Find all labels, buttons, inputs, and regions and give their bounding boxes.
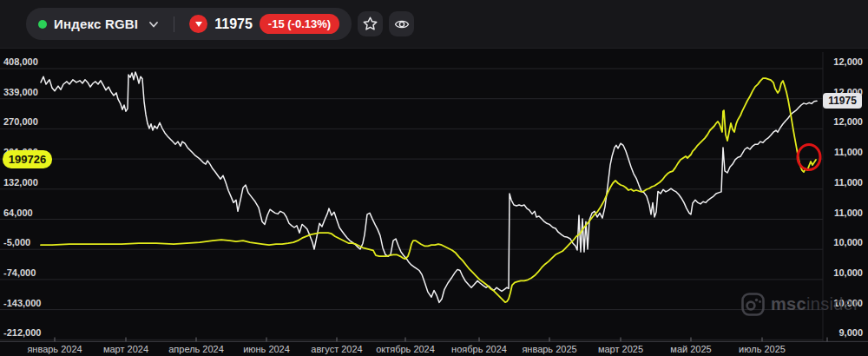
y-axis-label-left: -212,000: [3, 327, 41, 338]
y-axis-label-left: 408,000: [3, 56, 38, 67]
trading-app: { "header": { "instrument_name": "Индекс…: [0, 0, 868, 356]
y-axis-label-right: 12,000: [833, 56, 863, 67]
price-value-badge: 11975: [823, 93, 862, 109]
star-icon: [363, 16, 378, 31]
x-axis-label: март 2024: [103, 344, 148, 354]
x-axis-label: май 2025: [670, 344, 711, 354]
change-badge: -15 (-0.13%): [260, 14, 339, 34]
x-axis-label: апрель 2024: [168, 344, 224, 354]
eye-icon: [394, 16, 410, 32]
chart-canvas[interactable]: 199726 11975 mscinsider 408,000339,00027…: [0, 0, 868, 356]
current-price: 11975: [214, 16, 253, 32]
portfolio-line: [41, 78, 816, 302]
x-axis-label: июнь 2024: [243, 344, 290, 354]
y-axis-label-left: 132,000: [3, 177, 38, 188]
x-axis-label: март 2025: [598, 344, 643, 354]
y-axis-label-right: 11,000: [834, 208, 863, 218]
chevron-down-icon[interactable]: [148, 19, 159, 30]
x-axis-label: октябрь 2024: [376, 344, 435, 354]
y-axis-label-right: 12,000: [833, 116, 863, 127]
rgbi-index-line: [41, 72, 817, 302]
y-axis-label-left: -74,000: [3, 267, 36, 278]
watch-button[interactable]: [389, 11, 414, 36]
y-axis-label-right: 9,000: [838, 327, 863, 338]
x-axis-label: август 2024: [311, 344, 362, 354]
portfolio-value-badge: 199726: [3, 150, 52, 168]
y-axis-label-right: 10,000: [833, 237, 863, 247]
y-axis-label-right: 11,000: [834, 177, 863, 188]
y-axis-label-left: -5,000: [3, 237, 30, 247]
instrument-selector[interactable]: Индекс RGBI 11975 -15 (-0.13%): [26, 8, 352, 40]
msc-insider-logo-icon: [741, 293, 765, 316]
y-axis-label-left: 64,000: [3, 208, 33, 218]
y-axis-label-left: -143,000: [3, 298, 41, 308]
y-axis-label-left: 270,000: [3, 116, 38, 127]
x-axis-label: январь 2024: [27, 344, 82, 354]
toolbar: Индекс RGBI 11975 -15 (-0.13%): [0, 0, 868, 49]
price-down-icon: [189, 15, 207, 33]
y-axis-label-right: 11,000: [834, 147, 863, 157]
divider: [174, 16, 174, 32]
y-axis-label-right: 10,000: [833, 267, 863, 278]
instrument-name: Индекс RGBI: [54, 16, 138, 31]
x-axis-label: ноябрь 2024: [451, 344, 507, 354]
x-axis-label: январь 2025: [522, 344, 576, 354]
chart-plot-svg[interactable]: [0, 0, 868, 356]
favorite-button[interactable]: [358, 11, 383, 36]
watermark-text: mscinsider: [771, 294, 859, 314]
watermark: mscinsider: [741, 293, 859, 316]
x-axis-label: июль 2025: [739, 344, 786, 354]
market-open-dot-icon: [38, 20, 47, 29]
y-axis-label-left: 339,000: [3, 87, 38, 97]
